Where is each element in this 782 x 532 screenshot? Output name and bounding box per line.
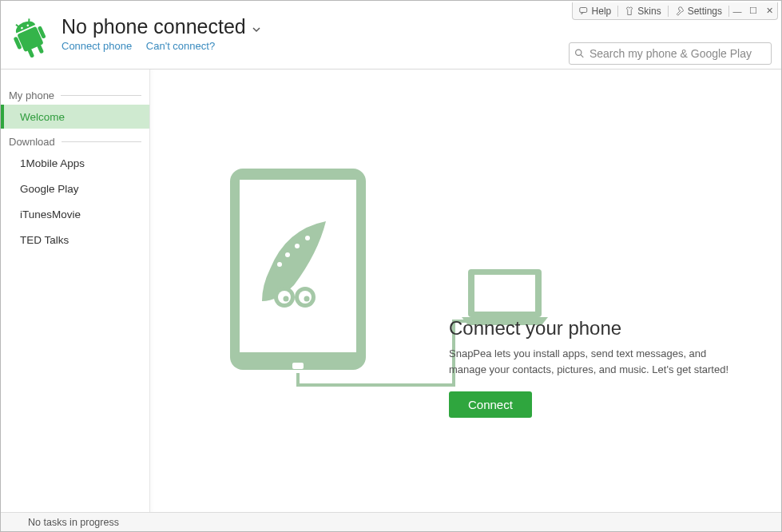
svg-point-10: [576, 50, 582, 55]
content-body: SnapPea lets you install apps, send text…: [449, 346, 736, 377]
search-box[interactable]: [569, 42, 772, 65]
svg-rect-4: [27, 48, 34, 58]
sidebar-section-label: My phone: [9, 89, 54, 101]
connect-button[interactable]: Connect: [449, 391, 532, 418]
sidebar-section-myphone: My phone: [1, 87, 149, 103]
svg-rect-26: [474, 275, 535, 312]
sidebar-item-label: 1Mobile Apps: [20, 157, 85, 169]
page-title: No phone connected: [62, 15, 246, 38]
body: My phone Welcome Download 1Mobile Apps G…: [1, 69, 781, 512]
search-icon: [574, 48, 585, 59]
header: No phone connected Connect phone Can't c…: [1, 1, 781, 69]
status-text: No tasks in progress: [28, 517, 119, 528]
sidebar-item-1mobile[interactable]: 1Mobile Apps: [1, 151, 149, 175]
sidebar-item-label: Welcome: [20, 111, 65, 123]
chevron-down-icon: [252, 26, 260, 34]
sidebar-item-itunesmovie[interactable]: iTunesMovie: [1, 202, 149, 226]
connect-text-block: Connect your phone SnapPea lets you inst…: [449, 317, 736, 418]
svg-point-24: [305, 236, 310, 240]
sidebar-item-label: iTunesMovie: [20, 208, 81, 220]
connection-dropdown[interactable]: No phone connected: [62, 15, 781, 38]
content: Connect your phone SnapPea lets you inst…: [150, 69, 781, 512]
svg-point-22: [285, 252, 290, 257]
sidebar-item-label: TED Talks: [20, 234, 69, 246]
cant-connect-link[interactable]: Can't connect?: [146, 40, 215, 52]
search-input[interactable]: [589, 47, 766, 60]
connect-phone-link[interactable]: Connect phone: [62, 40, 132, 52]
sidebar-item-label: Google Play: [20, 183, 79, 195]
divider: [62, 141, 141, 142]
sidebar-section-download: Download: [1, 133, 149, 149]
svg-point-21: [277, 262, 282, 267]
sidebar-item-welcome[interactable]: Welcome: [1, 105, 149, 129]
sidebar-item-googleplay[interactable]: Google Play: [1, 177, 149, 200]
statusbar: No tasks in progress: [1, 512, 781, 531]
sidebar-item-tedtalks[interactable]: TED Talks: [1, 228, 149, 252]
svg-rect-14: [292, 363, 304, 369]
sidebar-section-label: Download: [9, 136, 55, 148]
divider: [61, 95, 141, 96]
sidebar: My phone Welcome Download 1Mobile Apps G…: [1, 69, 150, 512]
svg-point-23: [295, 244, 300, 248]
content-heading: Connect your phone: [449, 317, 736, 339]
svg-line-11: [581, 55, 583, 58]
svg-point-19: [284, 296, 289, 302]
android-logo-icon: [12, 18, 49, 60]
svg-rect-5: [37, 43, 44, 54]
svg-point-20: [304, 296, 310, 302]
